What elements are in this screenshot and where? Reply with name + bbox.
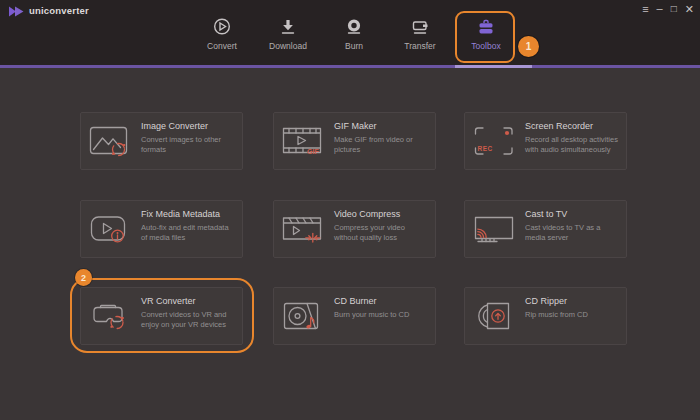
tile-image-converter[interactable]: Image Converter Convert images to other … — [80, 112, 243, 170]
tile-subtitle: Record all desktop activities with audio… — [525, 135, 618, 155]
download-icon — [278, 17, 298, 37]
tile-title: GIF Maker — [334, 121, 427, 131]
uniconverter-window: uniconverter ≡ – □ ✕ Convert Download — [0, 0, 700, 420]
tile-video-compress[interactable]: Video Compress Compress your video witho… — [273, 200, 436, 258]
toolbox-icon — [476, 17, 496, 37]
convert-icon — [212, 17, 232, 37]
tile-title: Cast to TV — [525, 209, 618, 219]
gif-icon-text: GIF — [307, 148, 319, 155]
fix-media-metadata-icon — [87, 211, 133, 247]
video-compress-icon — [280, 211, 326, 247]
tab-toolbox[interactable]: Toolbox — [458, 16, 514, 51]
tile-subtitle: Burn your music to CD — [334, 310, 427, 320]
image-converter-icon — [87, 123, 133, 159]
tile-fix-media-metadata[interactable]: Fix Media Metadata Auto-fix and edit met… — [80, 200, 243, 258]
tile-subtitle: Auto-fix and edit metadata of media file… — [141, 223, 234, 243]
tile-subtitle: Cast videos to TV as a media server — [525, 223, 618, 243]
tile-title: VR Converter — [141, 296, 234, 306]
cast-to-tv-icon — [471, 211, 517, 247]
maximize-icon[interactable]: □ — [671, 2, 677, 16]
vr-converter-icon — [87, 298, 133, 334]
tab-burn[interactable]: Burn — [326, 16, 382, 51]
tile-subtitle: Make GIF from video or pictures — [334, 135, 427, 155]
cd-burner-icon — [280, 298, 326, 334]
tile-screen-recorder[interactable]: REC Screen Recorder Record all desktop a… — [464, 112, 627, 170]
tab-label: Burn — [326, 41, 382, 51]
tab-label: Transfer — [392, 41, 448, 51]
close-icon[interactable]: ✕ — [685, 2, 694, 16]
tile-cd-burner[interactable]: CD Burner Burn your music to CD — [273, 287, 436, 345]
tile-cast-to-tv[interactable]: Cast to TV Cast videos to TV as a media … — [464, 200, 627, 258]
tile-title: Video Compress — [334, 209, 427, 219]
tab-download[interactable]: Download — [260, 16, 316, 51]
cd-ripper-icon — [471, 298, 517, 334]
title-bar: uniconverter ≡ – □ ✕ Convert Download — [0, 0, 700, 65]
toolbox-panel: Image Converter Convert images to other … — [0, 68, 700, 420]
tile-cd-ripper[interactable]: CD Ripper Rip music from CD — [464, 287, 627, 345]
step-1-badge: 1 — [518, 36, 539, 57]
tab-label: Toolbox — [458, 41, 514, 51]
rec-icon-text: REC — [478, 145, 493, 152]
app-logo-icon — [8, 5, 26, 18]
menu-icon[interactable]: ≡ — [642, 2, 648, 16]
tile-title: CD Burner — [334, 296, 427, 306]
main-nav: Convert Download Burn — [194, 16, 514, 51]
burn-icon — [344, 17, 364, 37]
tile-subtitle: Compress your video without quality loss — [334, 223, 427, 243]
tile-title: Screen Recorder — [525, 121, 618, 131]
window-controls: ≡ – □ ✕ — [642, 2, 694, 16]
gif-maker-icon: GIF — [280, 123, 326, 159]
tab-convert[interactable]: Convert — [194, 16, 250, 51]
minimize-icon[interactable]: – — [657, 1, 663, 15]
screen-recorder-icon: REC — [471, 123, 517, 159]
tile-title: Fix Media Metadata — [141, 209, 234, 219]
tile-subtitle: Rip music from CD — [525, 310, 618, 320]
tile-gif-maker[interactable]: GIF GIF Maker Make GIF from video or pic… — [273, 112, 436, 170]
tile-vr-converter[interactable]: VR Converter Convert videos to VR and en… — [80, 287, 243, 345]
step-2-badge: 2 — [75, 269, 92, 286]
tab-label: Convert — [194, 41, 250, 51]
tile-subtitle: Convert videos to VR and enjoy on your V… — [141, 310, 234, 330]
tab-label: Download — [260, 41, 316, 51]
tile-subtitle: Convert images to other formats — [141, 135, 234, 155]
tile-title: Image Converter — [141, 121, 234, 131]
transfer-icon — [410, 17, 430, 37]
tile-title: CD Ripper — [525, 296, 618, 306]
app-title: uniconverter — [29, 5, 89, 16]
tab-transfer[interactable]: Transfer — [392, 16, 448, 51]
